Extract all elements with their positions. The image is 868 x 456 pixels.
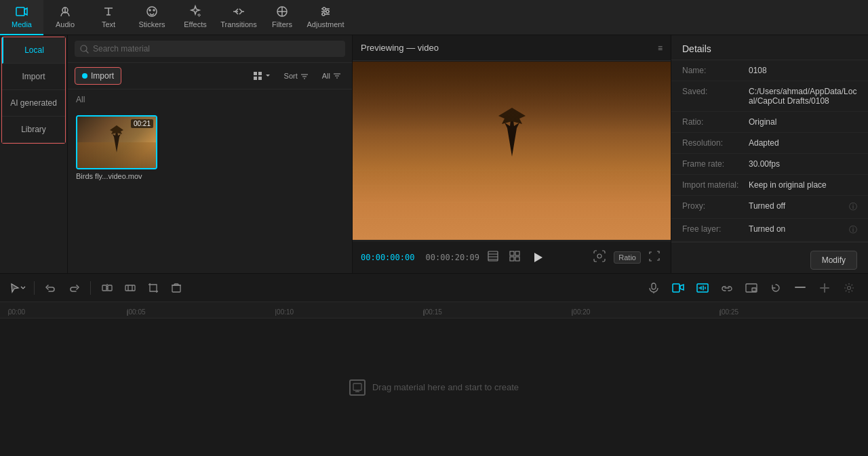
import-button[interactable]: Import	[75, 67, 121, 85]
undo-btn[interactable]	[41, 278, 60, 297]
video-track-btn[interactable]	[667, 278, 689, 297]
preview-title: Previewing — video	[361, 43, 439, 53]
play-icon	[530, 250, 545, 265]
details-header: Details	[671, 35, 868, 60]
timeline-list-icon[interactable]	[485, 248, 501, 266]
modify-button[interactable]: Modify	[810, 251, 857, 270]
tl-separator-1	[34, 281, 35, 295]
timeline-ruler: 00:00 |00:05 |00:10 |00:15 |00:20 |00:25	[0, 302, 868, 318]
zoom-in-icon	[820, 283, 829, 293]
left-nav-border: Local Import AI generated Library	[1, 37, 66, 144]
fullscreen-icon[interactable]	[646, 248, 663, 266]
svg-rect-20	[125, 285, 135, 291]
details-label-name: Name:	[682, 66, 743, 75]
preview-video	[353, 62, 671, 241]
toolbar-item-filters[interactable]: Filters	[260, 0, 304, 35]
play-button[interactable]	[528, 248, 547, 267]
preview-panel: Previewing — video ≡	[353, 35, 671, 273]
capture-frame-icon[interactable]	[591, 247, 608, 267]
details-label-proxy: Proxy:	[682, 201, 743, 213]
details-row-framerate: Frame rate: 30.00fps	[671, 154, 868, 175]
media-browser: Import Sort	[68, 35, 353, 273]
zoom-in-btn[interactable]	[814, 278, 835, 297]
details-value-free-layer: Turned on	[749, 224, 844, 236]
sort-icon	[300, 72, 309, 80]
rotate-icon	[770, 283, 781, 293]
rotate-btn[interactable]	[765, 278, 787, 297]
sidebar-item-library[interactable]: Library	[2, 117, 65, 143]
crop-icon	[147, 282, 159, 294]
svg-rect-29	[824, 283, 825, 293]
undo-icon	[45, 283, 56, 293]
select-tool-btn[interactable]	[8, 278, 27, 297]
details-value-import-material: Keep in original place	[749, 180, 857, 190]
details-row-import-material: Import material: Keep in original place	[671, 175, 868, 196]
zoom-out-btn[interactable]	[789, 278, 811, 297]
svg-point-17	[597, 254, 601, 258]
ruler-marks: 00:00 |00:05 |00:10 |00:15 |00:20 |00:25	[0, 304, 868, 316]
svg-rect-9	[258, 72, 262, 75]
redo-btn[interactable]	[64, 278, 83, 297]
drop-zone[interactable]: Drag material here and start to create	[0, 318, 868, 456]
details-label-resolution: Resolution:	[682, 138, 743, 148]
proxy-info-icon[interactable]: ⓘ	[849, 201, 857, 213]
toolbar-item-stickers[interactable]: Stickers	[130, 0, 174, 35]
audio-track-btn[interactable]	[692, 278, 713, 297]
media-file-name: Birds fly...video.mov	[76, 172, 157, 180]
details-value-saved: C:/Users/ahmad/AppData/Local/CapCut Draf…	[749, 87, 857, 106]
search-input[interactable]	[93, 44, 340, 54]
details-row-saved: Saved: C:/Users/ahmad/AppData/Local/CapC…	[671, 81, 868, 112]
microphone-btn[interactable]	[643, 278, 665, 297]
sidebar-item-local[interactable]: Local	[2, 37, 65, 64]
details-value-proxy: Turned off	[749, 201, 844, 213]
svg-point-6	[322, 13, 325, 16]
delete-btn[interactable]	[167, 278, 186, 297]
transitions-icon	[232, 5, 245, 18]
chevron-down-small-icon	[20, 285, 26, 291]
grid-icon-btn[interactable]	[507, 248, 523, 266]
free-layer-info-icon[interactable]: ⓘ	[849, 224, 857, 236]
toolbar-item-text[interactable]: Text	[87, 0, 130, 35]
trim-icon	[124, 282, 136, 294]
chevron-down-icon	[265, 73, 271, 79]
media-search-bar	[68, 35, 352, 63]
toolbar-stickers-label: Stickers	[138, 20, 165, 28]
ratio-button[interactable]: Ratio	[614, 251, 641, 264]
sidebar-item-ai-generated[interactable]: AI generated	[2, 90, 65, 117]
toolbar-effects-label: Effects	[184, 20, 206, 28]
toolbar-item-adjustment[interactable]: Adjustment	[304, 0, 347, 35]
toolbar-audio-label: Audio	[56, 20, 75, 28]
timeline-tracks[interactable]: Drag material here and start to create	[0, 318, 868, 456]
grid-view-btn[interactable]	[249, 68, 275, 83]
timeline-settings-btn[interactable]	[838, 278, 860, 297]
details-value-framerate: 30.00fps	[749, 159, 857, 169]
settings-icon	[844, 283, 854, 293]
svg-rect-16	[515, 257, 519, 261]
trim-btn[interactable]	[121, 278, 140, 297]
toolbar-item-effects[interactable]: Effects	[174, 0, 217, 35]
toolbar-item-media[interactable]: Media	[0, 0, 43, 35]
crop-btn[interactable]	[144, 278, 163, 297]
drag-icon	[353, 383, 362, 392]
sidebar-item-import[interactable]: Import	[2, 64, 65, 90]
media-thumbnail[interactable]: 00:21	[76, 115, 157, 169]
link-track-btn[interactable]	[716, 278, 738, 297]
arrow-icon	[9, 283, 20, 293]
all-filter-btn[interactable]: All	[318, 69, 345, 83]
preview-menu-icon[interactable]: ≡	[658, 43, 663, 53]
pip-btn[interactable]	[741, 278, 762, 297]
toolbar-item-transitions[interactable]: Transitions	[217, 0, 260, 35]
svg-rect-27	[795, 287, 806, 288]
svg-rect-21	[172, 285, 180, 292]
ruler-mark-10: |00:10	[275, 304, 424, 316]
sort-btn[interactable]: Sort	[280, 69, 313, 83]
timeline-toolbar	[0, 274, 868, 302]
split-btn[interactable]	[98, 278, 117, 297]
toolbar-item-audio[interactable]: Audio	[43, 0, 87, 35]
search-input-wrap[interactable]	[75, 41, 345, 57]
details-value-resolution: Adapted	[749, 138, 857, 148]
svg-rect-11	[258, 77, 262, 80]
delete-icon	[171, 283, 182, 293]
toolbar-text-label: Text	[102, 20, 115, 28]
ruler-mark-25: |00:25	[719, 304, 868, 316]
